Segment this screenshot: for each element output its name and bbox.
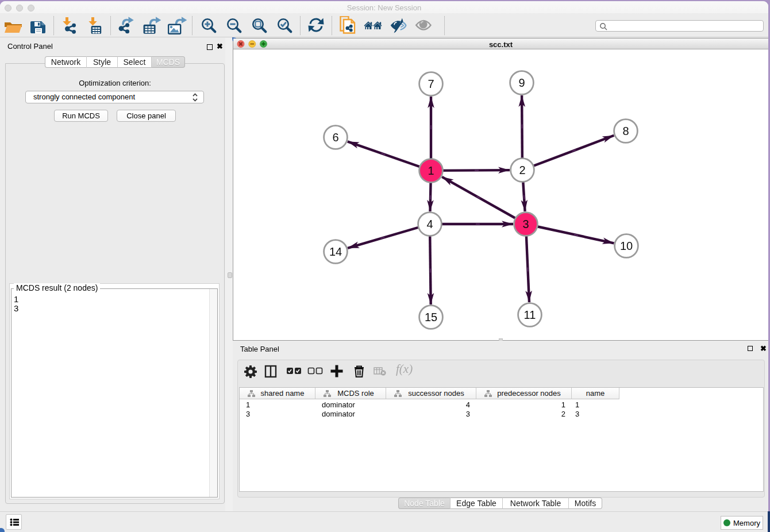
svg-text:2: 2 xyxy=(519,164,525,176)
svg-text:7: 7 xyxy=(428,78,434,90)
svg-text:11: 11 xyxy=(524,309,536,321)
svg-text:10: 10 xyxy=(620,240,633,252)
svg-text:1: 1 xyxy=(428,164,434,177)
svg-text:4: 4 xyxy=(426,218,433,230)
svg-text:14: 14 xyxy=(329,245,342,258)
svg-text:8: 8 xyxy=(622,125,629,137)
svg-text:15: 15 xyxy=(425,311,437,323)
svg-text:9: 9 xyxy=(518,76,525,89)
svg-text:6: 6 xyxy=(332,131,338,144)
svg-text:3: 3 xyxy=(522,218,529,230)
